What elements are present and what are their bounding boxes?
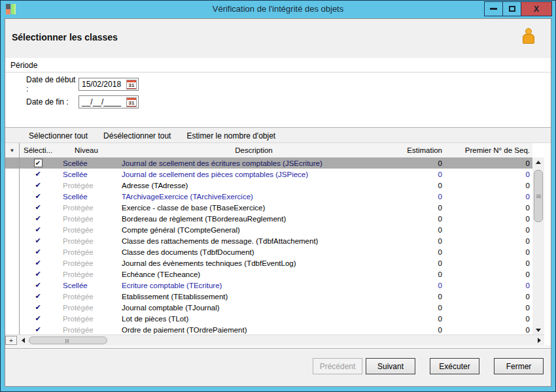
fermer-button[interactable]: Fermer [494,358,544,374]
close-button[interactable]: X [521,1,552,16]
date-debut-value: 15/02/2018 [82,80,121,89]
row-niveau: Protégée [56,180,116,191]
column-header-premier-seq[interactable]: Premier N° de Seq. [445,143,531,157]
row-estimation: 0 [391,291,445,302]
vertical-scrollbar-thumb[interactable] [534,170,543,222]
table-row[interactable]: ✔ Protégée Lot de pièces (TLot) 0 0 [5,313,532,324]
row-checkbox-cell[interactable]: ✔ [20,313,56,324]
precedent-button[interactable]: Précédent [313,358,362,374]
table-row[interactable]: ✔ Protégée Etablissement (TEtablissement… [5,291,532,302]
row-niveau: Protégée [56,224,116,235]
table-row[interactable]: ✔ Protégée Echéance (TEcheance) 0 0 [5,269,532,280]
row-checkbox-cell[interactable]: ✔ [20,235,56,246]
table-row[interactable]: ✔ Protégée Compte général (TCompteGenera… [5,224,532,235]
row-checkbox-cell[interactable]: ✔ [20,257,56,269]
table-row[interactable]: ✔ Scellée Ecriture comptable (TEcriture)… [5,280,532,291]
checkbox-checked-icon[interactable]: ✔ [35,315,41,322]
checkbox-checked-icon[interactable]: ✔ [35,270,41,278]
table-row[interactable]: ✔ Scellée Journal de scellement des écri… [5,157,532,169]
row-niveau: Protégée [56,313,116,324]
suivant-button[interactable]: Suivant [366,358,415,374]
table-row[interactable]: ✔ Protégée Journal comptable (TJournal) … [5,302,532,313]
expand-all-button[interactable]: + [5,336,17,345]
row-checkbox-cell[interactable]: ✔ [20,169,56,180]
table-row[interactable]: ✔ Scellée Journal de scellement des pièc… [5,169,532,180]
checkbox-checked-icon[interactable]: ✔ [35,293,41,300]
column-header-description[interactable]: Description [116,143,391,157]
checkbox-checked-icon[interactable]: ✔ [35,204,41,211]
table-row[interactable]: ✔ Protégée Adresse (TAdresse) 0 0 [5,180,532,191]
page-title: Sélectionner les classes [12,32,118,42]
scroll-down-button[interactable] [532,325,544,335]
row-checkbox-cell[interactable]: ✔ [20,269,56,280]
row-checkbox-cell[interactable]: ✔ [20,202,56,213]
checkbox-checked-icon[interactable]: ✔ [35,171,41,178]
table-row[interactable]: ✔ Protégée Classe des documents (TdbfDoc… [5,246,532,257]
checkbox-checked-icon[interactable]: ✔ [35,304,41,311]
row-premier-seq: 0 [445,302,531,313]
toolbar: Sélectionner tout Désélectionner tout Es… [5,129,551,142]
checkbox-checked-icon[interactable]: ✔ [35,326,41,333]
table-row[interactable]: ✔ Protégée Ordre de paiement (TOrdrePaie… [5,324,532,335]
column-header-selection[interactable]: Sélecti... [20,143,56,157]
checkbox-checked-icon[interactable]: ✔ [35,193,41,200]
executer-button[interactable]: Exécuter [430,358,479,374]
minimize-button[interactable] [484,1,503,16]
row-description: Classe des rattachements de message. (Td… [116,235,391,246]
row-checkbox-cell[interactable]: ✔ [20,224,56,235]
classes-grid: ▼ Sélecti... Niveau Description Estimati… [5,142,551,345]
row-checkbox-cell[interactable]: ✔ [20,191,56,202]
row-checkbox-cell[interactable]: ✔ [20,280,56,291]
row-checkbox-cell[interactable]: ✔ [20,302,56,313]
row-checkbox-cell[interactable]: ✔ [20,324,56,335]
column-header-estimation[interactable]: Estimation [391,143,445,157]
horizontal-scrollbar-thumb[interactable] [29,336,107,344]
horizontal-scrollbar[interactable]: + [5,335,544,345]
titlebar[interactable]: Vérification de l'intégrité des objets X [1,1,555,18]
footer: Précédent Suivant Exécuter Fermer [5,348,551,386]
row-marker-cell [5,224,20,235]
row-checkbox-cell[interactable]: ✔ [20,157,56,169]
table-row[interactable]: ✔ Protégée Classe des rattachements de m… [5,235,532,246]
row-marker-header[interactable]: ▼ [5,143,20,157]
deselect-all-button[interactable]: Désélectionner tout [103,131,171,140]
table-row[interactable]: ✔ Protégée Journal des évènements techni… [5,257,532,269]
scroll-left-button[interactable] [18,336,27,345]
row-estimation: 0 [391,302,445,313]
checkbox-checked-icon[interactable]: ✔ [35,237,41,244]
row-description: Journal comptable (TJournal) [116,302,391,313]
row-estimation: 0 [391,224,445,235]
checkbox-checked-icon[interactable]: ✔ [35,226,41,233]
row-checkbox-cell[interactable]: ✔ [20,291,56,302]
row-description: Adresse (TAdresse) [116,180,391,191]
date-fin-field[interactable]: __/__/____ 31 [78,95,139,108]
table-row[interactable]: ✔ Protégée Exercice - classe de base (TB… [5,202,532,213]
row-checkbox-cell[interactable]: ✔ [20,180,56,191]
scroll-up-button[interactable] [532,157,544,167]
maximize-button[interactable] [502,1,521,16]
checkbox-checked-icon[interactable]: ✔ [35,182,41,189]
table-row[interactable]: ✔ Scellée TArchivageExercice (TArchiveEx… [5,191,532,202]
checkbox-checked-icon[interactable]: ✔ [35,248,41,255]
row-premier-seq: 0 [445,202,531,213]
row-description: Journal des évènements techniques (TdbfE… [116,257,391,269]
date-debut-field[interactable]: 15/02/2018 31 [78,78,139,91]
select-all-button[interactable]: Sélectionner tout [29,131,88,140]
row-checkbox-cell[interactable]: ✔ [20,246,56,257]
estimate-count-button[interactable]: Estimer le nombre d'objet [186,131,275,140]
scroll-right-button[interactable] [534,336,544,345]
row-marker-cell [5,191,20,202]
row-marker-cell [5,313,20,324]
checkbox-checked-icon[interactable]: ✔ [35,215,41,222]
column-header-niveau[interactable]: Niveau [56,143,116,157]
checkbox-checked-icon[interactable]: ✔ [35,282,41,289]
checkbox-checked-icon[interactable]: ✔ [34,159,43,167]
calendar-icon[interactable]: 31 [126,97,137,107]
calendar-icon[interactable]: 31 [126,80,137,90]
row-niveau: Protégée [56,246,116,257]
vertical-scrollbar[interactable] [532,157,544,335]
row-premier-seq: 0 [445,169,531,180]
row-checkbox-cell[interactable]: ✔ [20,213,56,224]
checkbox-checked-icon[interactable]: ✔ [35,259,41,267]
table-row[interactable]: ✔ Protégée Bordereau de règlement (TBord… [5,213,532,224]
